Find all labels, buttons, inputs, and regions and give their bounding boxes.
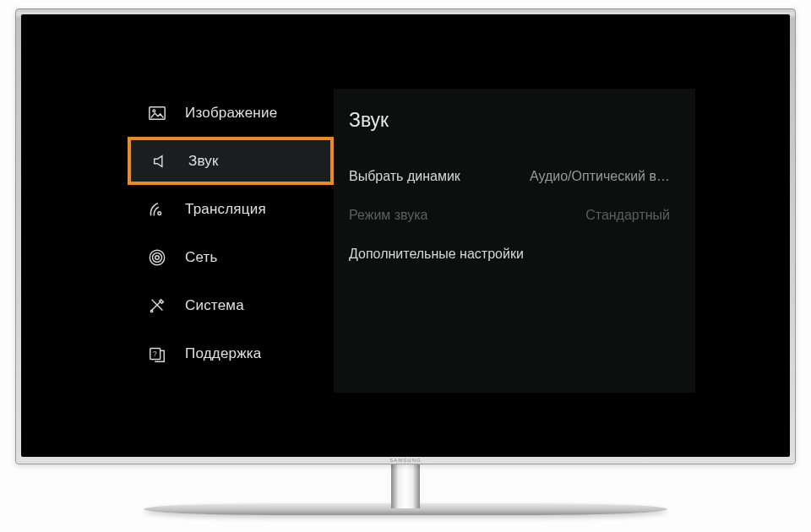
setting-label: Режим звука: [349, 208, 428, 223]
setting-value: Аудио/Оптический в…: [530, 169, 670, 184]
svg-point-4: [153, 252, 162, 262]
sidebar-item-sound[interactable]: Звук: [128, 137, 334, 185]
sidebar-item-label: Сеть: [185, 249, 218, 266]
picture-icon: [148, 104, 166, 122]
setting-speaker-select[interactable]: Выбрать динамик Аудио/Оптический в…: [349, 157, 670, 196]
sidebar-item-network[interactable]: Сеть: [128, 233, 334, 281]
tv-screen: Изображение Звук: [21, 14, 790, 457]
svg-point-3: [155, 255, 160, 259]
sidebar-item-label: Трансляция: [185, 201, 266, 218]
svg-text:?: ?: [153, 350, 157, 357]
broadcast-icon: [148, 200, 166, 219]
sidebar-item-label: Изображение: [185, 105, 277, 122]
sidebar-item-label: Система: [185, 297, 244, 314]
system-icon: [148, 296, 166, 315]
sidebar-item-support[interactable]: ? Поддержка: [128, 329, 334, 377]
settings-sidebar: Изображение Звук: [128, 89, 334, 393]
sidebar-item-broadcast[interactable]: Трансляция: [128, 185, 334, 233]
settings-content: Звук Выбрать динамик Аудио/Оптический в……: [334, 89, 695, 393]
svg-point-2: [158, 211, 161, 214]
sidebar-item-label: Звук: [188, 153, 219, 170]
support-icon: ?: [148, 345, 166, 363]
setting-label: Дополнительные настройки: [349, 247, 524, 262]
sidebar-item-system[interactable]: Система: [128, 281, 334, 329]
network-icon: [148, 248, 166, 267]
setting-label: Выбрать динамик: [349, 169, 460, 184]
setting-advanced[interactable]: Дополнительные настройки: [349, 235, 670, 274]
content-title: Звук: [349, 109, 670, 132]
setting-value: Стандартный: [585, 208, 670, 223]
sidebar-item-picture[interactable]: Изображение: [128, 89, 334, 137]
tv-brand-label: SAMSUNG: [389, 458, 421, 463]
settings-menu: Изображение Звук: [128, 89, 695, 393]
svg-point-1: [153, 109, 155, 111]
tv-stand-neck: [391, 461, 420, 508]
setting-sound-mode: Режим звука Стандартный: [349, 196, 670, 235]
svg-point-6: [150, 310, 152, 312]
tv-frame: SAMSUNG Изображение: [15, 8, 796, 464]
sidebar-item-label: Поддержка: [185, 345, 262, 362]
sound-icon: [151, 152, 170, 171]
